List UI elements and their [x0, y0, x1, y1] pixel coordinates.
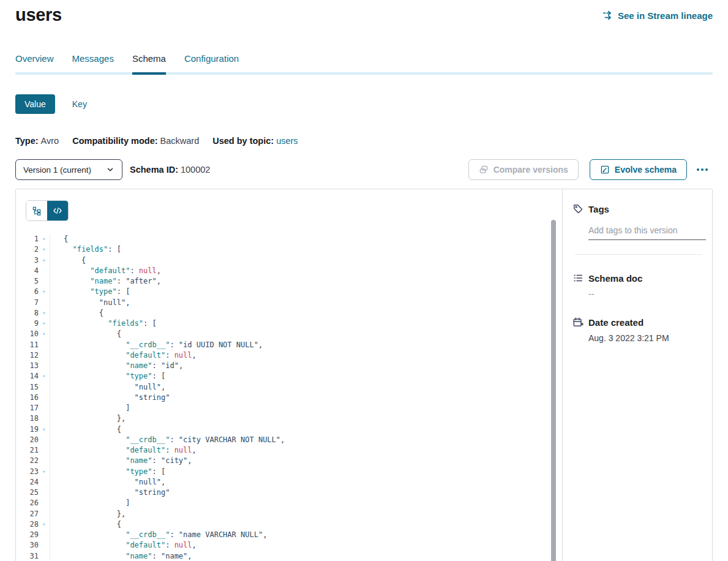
line-number: 14 — [16, 371, 39, 382]
code-line: 7 "null", — [16, 298, 562, 308]
code-line: 31 "name": "name", — [16, 551, 562, 561]
code-text: "default": null, — [50, 266, 562, 276]
fold-arrow-icon[interactable]: ▾ — [39, 424, 50, 435]
tree-view-icon — [32, 206, 42, 216]
stream-lineage-link[interactable]: See in Stream lineage — [602, 10, 713, 21]
code-text: "default": null, — [50, 540, 562, 551]
fold-arrow-icon[interactable]: ▾ — [39, 318, 50, 329]
code-line: 14▾ "type": [ — [16, 371, 562, 382]
code-line: 22 "name": "city", — [16, 456, 562, 466]
schema-id-label: Schema ID: — [130, 165, 178, 175]
fold-gutter — [39, 361, 50, 371]
fold-arrow-icon[interactable]: ▾ — [39, 329, 50, 339]
tab-overview[interactable]: Overview — [15, 53, 54, 75]
code-line: 13 "name": "id", — [16, 361, 562, 371]
tab-bar: OverviewMessagesSchemaConfiguration — [15, 53, 713, 75]
version-select[interactable]: Version 1 (current) — [15, 159, 122, 180]
schema-id-value: 100002 — [181, 165, 210, 175]
code-line: 28▾ { — [16, 519, 562, 530]
compare-versions-button[interactable]: Compare versions — [468, 159, 579, 180]
schema-doc-section: Schema doc -- — [572, 273, 704, 299]
code-text: { — [50, 329, 562, 339]
fold-arrow-icon[interactable]: ▾ — [39, 287, 50, 297]
fold-arrow-icon[interactable]: ▾ — [39, 234, 50, 244]
line-number: 20 — [16, 435, 39, 445]
tree-view-button[interactable] — [26, 201, 47, 220]
more-options-button[interactable] — [692, 162, 713, 177]
chevron-down-icon — [106, 165, 114, 174]
code-line: 16 "string" — [16, 393, 562, 403]
add-tags-input[interactable] — [588, 225, 706, 240]
value-toggle-button[interactable]: Value — [15, 94, 55, 114]
tab-configuration[interactable]: Configuration — [184, 53, 239, 75]
code-line: 10▾ { — [16, 329, 562, 339]
version-select-value: Version 1 (current) — [23, 165, 91, 175]
line-number: 26 — [16, 498, 39, 508]
code-text: "__crdb__": "name VARCHAR NULL", — [50, 530, 562, 540]
type-label: Type: — [15, 136, 39, 146]
compatibility-value: Backward — [160, 136, 200, 146]
fold-arrow-icon[interactable]: ▾ — [39, 519, 50, 530]
code-text: }, — [50, 509, 562, 519]
schema-doc-title: Schema doc — [588, 273, 642, 284]
code-line: 24 "null", — [16, 477, 562, 488]
key-toggle-button[interactable]: Key — [72, 99, 87, 109]
date-created-value: Aug. 3 2022 3:21 PM — [588, 333, 704, 343]
tab-schema[interactable]: Schema — [132, 53, 166, 75]
edit-icon — [600, 165, 610, 175]
line-number: 16 — [16, 393, 39, 403]
code-line: 23▾ "type": [ — [16, 467, 562, 477]
line-number: 18 — [16, 413, 39, 424]
line-number: 23 — [16, 467, 39, 477]
line-number: 5 — [16, 276, 39, 287]
editor-scrollbar[interactable] — [551, 220, 556, 561]
code-line: 18 }, — [16, 413, 562, 424]
line-number: 13 — [16, 361, 39, 371]
code-view-button[interactable] — [47, 201, 68, 220]
fold-arrow-icon[interactable]: ▾ — [39, 308, 50, 318]
line-number: 25 — [16, 488, 39, 498]
compatibility-field: Compatibility mode:Backward — [72, 136, 199, 146]
line-number: 9 — [16, 318, 39, 329]
code-text: "type": [ — [50, 467, 562, 477]
fold-gutter — [39, 350, 50, 361]
tag-icon — [572, 203, 584, 214]
code-editor[interactable]: 1▾{2▾ "fields": [3▾ {4 "default": null,5… — [16, 234, 562, 561]
fold-gutter — [39, 382, 50, 393]
code-line: 19▾ { — [16, 424, 562, 435]
code-column: 1▾{2▾ "fields": [3▾ {4 "default": null,5… — [16, 189, 562, 561]
fold-arrow-icon[interactable]: ▾ — [39, 467, 50, 477]
line-number: 19 — [16, 424, 39, 435]
line-number: 3 — [16, 255, 39, 266]
code-text: "__crdb__": "id UUID NOT NULL", — [50, 340, 562, 350]
tab-messages[interactable]: Messages — [72, 53, 114, 75]
fold-gutter — [39, 298, 50, 308]
code-line: 17 ] — [16, 403, 562, 413]
fold-gutter — [39, 540, 50, 551]
compare-versions-label: Compare versions — [493, 165, 568, 175]
fold-gutter — [39, 435, 50, 445]
fold-gutter — [39, 509, 50, 519]
schema-doc-value: -- — [588, 289, 704, 299]
fold-arrow-icon[interactable]: ▾ — [39, 255, 50, 266]
line-number: 7 — [16, 298, 39, 308]
code-text: "__crdb__": "city VARCHAR NOT NULL", — [50, 435, 562, 445]
fold-arrow-icon[interactable]: ▾ — [39, 244, 50, 255]
line-number: 6 — [16, 287, 39, 297]
type-field: Type:Avro — [15, 136, 59, 146]
line-number: 10 — [16, 329, 39, 339]
topic-link[interactable]: users — [276, 136, 298, 146]
evolve-schema-button[interactable]: Evolve schema — [590, 159, 687, 180]
schema-part-toggle: Value Key — [15, 94, 713, 114]
code-text: { — [50, 424, 562, 435]
date-created-title: Date created — [588, 317, 644, 328]
compatibility-label: Compatibility mode: — [72, 136, 157, 146]
code-line: 30 "default": null, — [16, 540, 562, 551]
fold-arrow-icon[interactable]: ▾ — [39, 371, 50, 382]
tags-title: Tags — [588, 204, 609, 214]
fold-gutter — [39, 445, 50, 456]
fold-gutter — [39, 266, 50, 276]
code-text: { — [50, 234, 562, 244]
date-created-section: Date created Aug. 3 2022 3:21 PM — [572, 317, 704, 343]
line-number: 31 — [16, 551, 39, 561]
